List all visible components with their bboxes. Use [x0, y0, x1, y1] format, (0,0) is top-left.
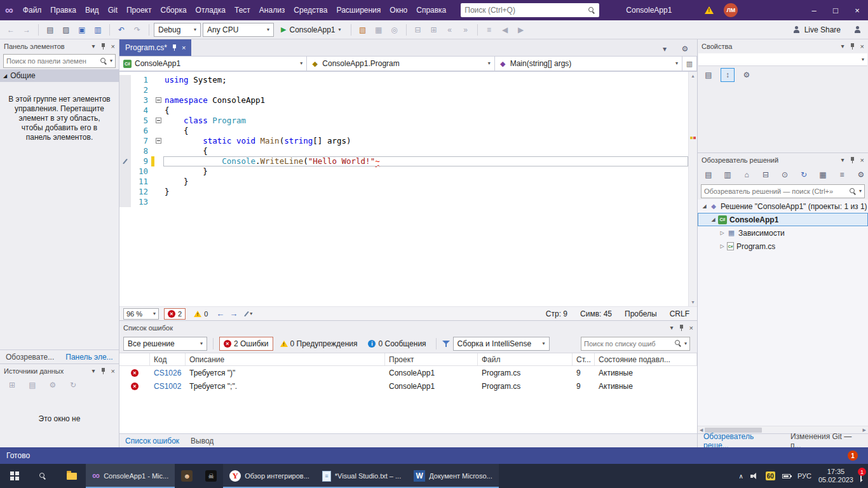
start-debugging-button[interactable]: ▶ ConsoleApp1 ▾ — [276, 22, 346, 37]
error-list-column-6[interactable]: Состояние подавл... — [595, 353, 697, 365]
line-ending-indicator[interactable]: CRLF — [670, 309, 689, 318]
toolbox-search-input[interactable] — [6, 57, 98, 65]
collapse-icon[interactable]: ◢ — [709, 217, 717, 222]
solution-explorer-search[interactable]: ▾ — [701, 184, 865, 198]
solution-explorer-sync-with-active-document-icon[interactable]: ⊙ — [778, 168, 792, 182]
editor-warnings-button[interactable]: ! 0 — [191, 308, 211, 320]
taskbar-word[interactable]: Документ Microso... — [407, 464, 499, 488]
toolbar-live-unit-testing-icon[interactable]: ▦ — [372, 23, 386, 37]
code-area[interactable]: 1using System;23namespace ConsoleApp14{5… — [119, 72, 688, 306]
glyph-margin[interactable] — [119, 85, 131, 95]
data-sources-configure-icon[interactable]: ⚙ — [46, 378, 60, 392]
pin-icon[interactable] — [100, 367, 106, 375]
menu-item-4[interactable]: Проект — [122, 0, 156, 20]
toolbar-undo-icon[interactable]: ↶ — [114, 23, 128, 37]
data-sources-edit-data-source-icon[interactable]: ▤ — [25, 378, 39, 392]
toolbar-comment-out-icon[interactable]: ≡ — [482, 23, 496, 37]
scrollbar-track[interactable] — [689, 80, 697, 298]
toolbar-bookmark-next-icon[interactable]: ▶ — [514, 23, 528, 37]
close-icon[interactable]: × — [860, 156, 864, 164]
menu-item-3[interactable]: Git — [104, 0, 122, 20]
close-button[interactable]: × — [846, 0, 868, 20]
solution-explorer-wrench-icon[interactable]: ⚙ — [854, 168, 868, 182]
error-list-tab-0[interactable]: Список ошибок — [119, 434, 185, 447]
platform-dropdown[interactable]: Any CPU ▾ — [203, 23, 274, 37]
user-avatar[interactable]: ЛМ — [724, 3, 738, 17]
tree-node-1[interactable]: ◢ConsoleApp1 — [698, 213, 868, 226]
chevron-down-icon[interactable]: ▾ — [92, 43, 95, 50]
split-window-icon[interactable]: ▥ — [682, 56, 697, 71]
code-text[interactable]: using System; — [163, 75, 688, 85]
taskbar-explorer-button[interactable] — [57, 464, 86, 488]
taskbar-game-1[interactable] — [175, 464, 199, 488]
menu-item-9[interactable]: Средства — [289, 0, 332, 20]
language-indicator[interactable]: РУС — [797, 472, 811, 480]
error-list-column-0[interactable] — [119, 353, 150, 365]
toolbox-group-general[interactable]: ◢ Общие — [0, 69, 119, 82]
quick-search-input[interactable] — [465, 6, 586, 15]
glyph-margin[interactable] — [119, 126, 131, 136]
glyph-margin[interactable] — [119, 146, 131, 156]
taskbar-yandex-browser[interactable]: Обзор интегриров... — [223, 464, 316, 488]
live-share-button[interactable]: Live Share — [793, 25, 841, 34]
chevron-down-icon[interactable]: ▾ — [841, 156, 844, 163]
error-list-search[interactable]: ▾ — [581, 337, 690, 351]
code-text[interactable]: } — [163, 166, 688, 177]
glyph-margin[interactable] — [119, 177, 131, 187]
spaces-indicator[interactable]: Пробелы — [625, 309, 657, 318]
toolbar-open-file-icon[interactable]: ▨ — [59, 23, 73, 37]
pin-icon[interactable] — [679, 324, 684, 332]
scroll-up-icon[interactable]: ▲ — [691, 72, 695, 80]
editor-editor-options-gear-icon[interactable]: ⚙ — [678, 42, 692, 56]
errors-filter-button[interactable]: × 2 Ошибки — [219, 337, 273, 351]
menu-item-10[interactable]: Расширения — [332, 0, 386, 20]
glyph-margin[interactable] — [119, 75, 131, 85]
scroll-down-icon[interactable]: ▼ — [691, 298, 695, 306]
code-cleanup-button[interactable]: ▾ — [243, 308, 255, 320]
collapse-region-icon[interactable] — [156, 138, 161, 144]
toolbox-title-bar[interactable]: Панель элементов ▾ × — [0, 39, 119, 53]
menu-item-12[interactable]: Справка — [412, 0, 451, 20]
error-list-column-2[interactable]: Описание — [186, 353, 385, 365]
error-scope-dropdown[interactable]: Все решение ▾ — [123, 337, 207, 351]
editor-errors-button[interactable]: × 2 — [164, 308, 186, 320]
code-text[interactable]: { — [163, 105, 688, 116]
code-text[interactable]: { — [163, 126, 688, 136]
code-text[interactable] — [163, 197, 688, 207]
tray-chevron-up-icon[interactable]: ∧ — [738, 473, 743, 480]
collapse-icon[interactable]: ◢ — [700, 203, 709, 209]
maximize-button[interactable]: □ — [825, 0, 846, 20]
tab-program-cs[interactable]: Program.cs* × — [119, 39, 191, 56]
start-button[interactable] — [0, 464, 29, 488]
toolbar-redo-icon[interactable]: ↷ — [130, 23, 144, 37]
battery-icon[interactable] — [782, 474, 790, 478]
code-text[interactable]: class Program — [163, 116, 688, 126]
glyph-margin[interactable] — [119, 197, 131, 207]
properties-alphabetical-icon[interactable]: ↕ — [721, 68, 735, 82]
menu-item-2[interactable]: Вид — [81, 0, 104, 20]
pin-icon[interactable] — [850, 43, 855, 50]
toolbar-save-all-icon[interactable]: ▥ — [91, 23, 105, 37]
solution-explorer-title-bar[interactable]: Обозреватель решений ▾ × — [698, 153, 868, 166]
code-text[interactable]: namespace ConsoleApp1 — [163, 95, 688, 105]
code-text[interactable]: static void Main(string[] args) — [163, 136, 688, 146]
error-list-column-1[interactable]: Код — [150, 353, 186, 365]
intellisense-filter-dropdown[interactable]: Сборка и IntelliSense ▾ — [453, 337, 550, 351]
data-sources-refresh-icon[interactable]: ↻ — [66, 378, 80, 392]
toolbar-save-icon[interactable]: ▣ — [75, 23, 89, 37]
error-list-column-4[interactable]: Файл — [478, 353, 573, 365]
solution-explorer-switch-views-icon[interactable]: ▤ — [702, 168, 715, 182]
solution-explorer-view-code-icon[interactable]: ≡ — [835, 168, 849, 182]
data-sources-title-bar[interactable]: Источники данных ▾ × — [0, 364, 119, 377]
code-text[interactable]: Console.WriteLine("Hello World!"~ — [163, 156, 688, 166]
toolbar-new-file-icon[interactable]: ▤ — [43, 23, 57, 37]
error-list-column-5[interactable]: Ст... — [573, 353, 595, 365]
messages-filter-button[interactable]: i 0 Сообщения — [364, 337, 430, 351]
zoom-dropdown[interactable]: 96 % ▾ — [123, 308, 159, 320]
solution-explorer-pending-changes-icon[interactable]: ▥ — [721, 168, 735, 182]
toolbar-nav-forward-icon[interactable]: → — [20, 23, 34, 37]
solution-explorer-home-icon[interactable]: ⌂ — [740, 168, 754, 182]
notification-warning-icon[interactable]: ! — [705, 6, 714, 14]
tree-node-0[interactable]: ◢Решение "ConsoleApp1" (проекты: 1 из 1) — [698, 200, 868, 213]
chevron-down-icon[interactable]: ▾ — [92, 367, 95, 374]
